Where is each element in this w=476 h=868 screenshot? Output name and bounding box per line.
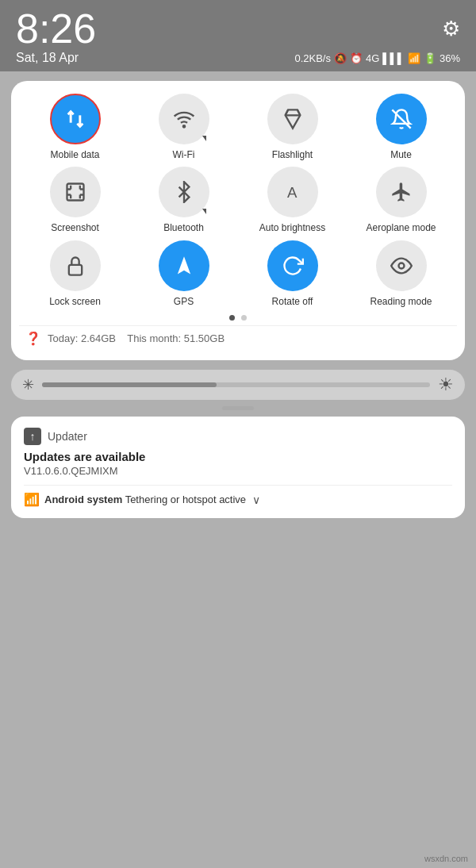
toggle-screenshot[interactable]: Screenshot <box>22 167 128 233</box>
toggle-mobile-data[interactable]: Mobile data <box>22 94 128 160</box>
svg-point-2 <box>182 125 184 127</box>
notif-divider <box>24 485 452 486</box>
brightness-low-icon: ✳ <box>22 376 34 394</box>
data-usage-icon: ❓ <box>25 331 41 346</box>
watermark: wsxdn.com <box>424 854 468 863</box>
data-usage-today: Today: 2.64GB This month: 51.50GB <box>48 332 225 344</box>
toggle-circle-gps <box>159 240 209 291</box>
toggle-circle-aeroplane <box>376 167 427 217</box>
toggle-label-lock-screen: Lock screen <box>49 296 101 307</box>
wifi-status-icon: 📶 <box>408 52 420 64</box>
brightness-bar-container[interactable]: ✳ ☀ <box>11 370 465 400</box>
chevron-down-icon[interactable]: ∨ <box>252 494 260 506</box>
data-usage: ❓ Today: 2.64GB This month: 51.50GB <box>19 325 457 348</box>
wifi-notif-icon: 📶 <box>24 492 40 507</box>
notif-header: ↑ Updater <box>24 428 452 445</box>
toggle-circle-screenshot <box>50 167 101 217</box>
toggle-grid: Mobile dataWi-FiFlashlightMuteScreenshot… <box>19 94 457 307</box>
notif-footer-text: Android system Tethering or hotspot acti… <box>44 494 246 505</box>
dot-1 <box>229 315 235 321</box>
toggle-label-wifi: Wi-Fi <box>173 149 195 160</box>
clock: 8:26 <box>16 8 96 49</box>
toggle-aeroplane[interactable]: Aeroplane mode <box>348 167 454 233</box>
toggle-gps[interactable]: GPS <box>131 240 236 307</box>
toggle-flashlight[interactable]: Flashlight <box>240 94 345 160</box>
toggle-circle-auto-brightness: A <box>267 167 318 217</box>
notif-footer: 📶 Android system Tethering or hotspot ac… <box>24 492 452 507</box>
date: Sat, 18 Apr <box>16 51 79 65</box>
status-icons: 0.2KB/s 🔕 ⏰ 4G ▌▌▌ 📶 🔋 36% <box>294 52 460 64</box>
arrow-indicator <box>202 136 206 141</box>
toggle-reading-mode[interactable]: Reading mode <box>348 240 454 307</box>
svg-point-11 <box>398 263 404 268</box>
svg-text:A: A <box>287 184 298 201</box>
settings-icon[interactable]: ⚙ <box>442 17 460 41</box>
brightness-fill <box>42 382 217 387</box>
toggle-rotate-off[interactable]: Rotate off <box>240 240 345 307</box>
quick-settings-panel: Mobile dataWi-FiFlashlightMuteScreenshot… <box>11 81 465 360</box>
scroll-handle <box>222 406 254 410</box>
toggle-label-rotate-off: Rotate off <box>272 296 313 307</box>
toggle-label-reading-mode: Reading mode <box>370 296 432 307</box>
toggle-circle-mute <box>376 94 427 144</box>
alarm-icon: ⏰ <box>350 52 363 64</box>
status-bar: 8:26 ⚙ Sat, 18 Apr 0.2KB/s 🔕 ⏰ 4G ▌▌▌ 📶 … <box>0 0 476 71</box>
toggle-circle-wifi <box>159 94 209 144</box>
toggle-label-mute: Mute <box>390 149 412 160</box>
signal-icon: ▌▌▌ <box>382 52 405 64</box>
toggle-circle-lock-screen <box>50 240 101 291</box>
toggle-lock-screen[interactable]: Lock screen <box>22 240 128 307</box>
arrow-indicator <box>202 209 206 214</box>
mute-icon: 🔕 <box>334 52 347 64</box>
toggle-auto-brightness[interactable]: AAuto brightness <box>240 167 345 233</box>
toggle-label-bluetooth: Bluetooth <box>163 222 204 233</box>
toggle-circle-reading-mode <box>376 240 427 291</box>
toggle-circle-rotate-off <box>267 240 318 291</box>
toggle-label-aeroplane: Aeroplane mode <box>366 222 436 233</box>
network-speed: 0.2KB/s <box>294 52 331 64</box>
brightness-track[interactable] <box>42 382 430 387</box>
toggle-circle-bluetooth <box>159 167 209 217</box>
notif-body: V11.0.6.0.QEJMIXM <box>24 465 452 477</box>
page-dots <box>19 315 457 321</box>
notif-app-name: Updater <box>48 430 87 443</box>
toggle-mute[interactable]: Mute <box>348 94 454 160</box>
battery-percent: 36% <box>440 52 460 64</box>
svg-rect-8 <box>67 184 83 201</box>
notification-card-updater: ↑ Updater Updates are available V11.0.6.… <box>11 417 465 518</box>
battery-icon: 🔋 <box>424 52 436 64</box>
toggle-label-gps: GPS <box>174 296 194 307</box>
svg-rect-10 <box>68 265 81 275</box>
toggle-label-screenshot: Screenshot <box>51 222 99 233</box>
4g-icon: 4G <box>366 52 379 64</box>
toggle-circle-mobile-data <box>50 94 101 144</box>
updater-icon: ↑ <box>24 428 41 445</box>
toggle-label-mobile-data: Mobile data <box>50 149 99 160</box>
toggle-bluetooth[interactable]: Bluetooth <box>131 167 236 233</box>
notif-title: Updates are available <box>24 450 452 463</box>
toggle-label-flashlight: Flashlight <box>272 149 313 160</box>
dot-2 <box>241 315 247 321</box>
toggle-wifi[interactable]: Wi-Fi <box>131 94 236 160</box>
toggle-circle-flashlight <box>267 94 318 144</box>
brightness-high-icon: ☀ <box>438 374 454 395</box>
toggle-label-auto-brightness: Auto brightness <box>259 222 325 233</box>
